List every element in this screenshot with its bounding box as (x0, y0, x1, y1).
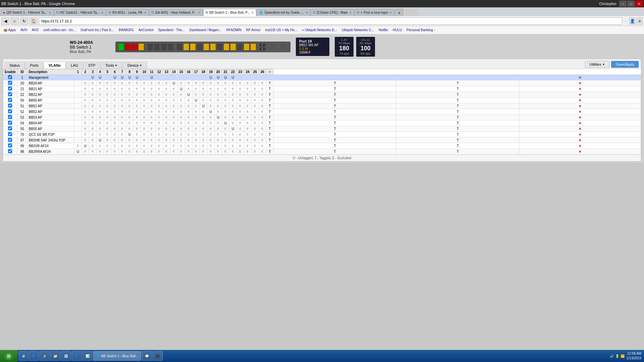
port-cell-7[interactable]: E (118, 143, 126, 149)
port-cell-26[interactable]: E (259, 80, 266, 86)
port-cell-27[interactable]: T (266, 149, 273, 155)
bookmark-netflix[interactable]: Netflix (377, 27, 390, 33)
port-cell-16[interactable]: U (185, 92, 192, 98)
port-cell-14[interactable]: E (170, 109, 177, 115)
port-cell-29[interactable]: T (396, 109, 519, 115)
port-cell-4[interactable]: E (96, 115, 104, 120)
port-cell-17[interactable]: E (192, 115, 200, 120)
close-button[interactable]: ✕ (635, 1, 643, 7)
table-row[interactable]: 20BB20 APEEEEEEEEEEEEUEEEEEEEEEEEETTT✕ (3, 80, 641, 86)
port-cell-8[interactable]: E (126, 115, 133, 120)
port-cell-22[interactable]: E (229, 137, 236, 143)
port-cell-27[interactable]: T (266, 120, 273, 126)
port-cell-22[interactable]: E (229, 92, 236, 98)
port-cell-9[interactable]: E (133, 86, 141, 92)
port-cell-17[interactable]: E (192, 132, 200, 137)
port-cell-3[interactable]: E (89, 98, 96, 103)
tab-tools[interactable]: Tools ▼ (100, 62, 122, 69)
port-cell-13[interactable]: E (163, 143, 170, 149)
port-cell-7[interactable]: E (118, 120, 126, 126)
port-cell-27[interactable]: T (266, 126, 273, 132)
port-cell-3[interactable]: E (89, 132, 96, 137)
table-row[interactable]: 97BB2HB SAF 24Ghz P2PEEUEEEEEEEEEEEEEEEE… (3, 137, 641, 143)
port-cell-5[interactable]: E (104, 143, 111, 149)
port-cell-7[interactable]: E (118, 98, 126, 103)
port-cell-9[interactable]: E (133, 143, 141, 149)
port-cell-19[interactable]: E (207, 137, 214, 143)
port-cell-22[interactable]: E (229, 143, 236, 149)
port-cell-7[interactable]: E (118, 137, 126, 143)
table-row[interactable]: 54BB54 APEEEEEEEEEEEEEEEEEEEUEEEEETTT✕ (3, 120, 641, 126)
tab-close-4[interactable]: ✕ (198, 11, 201, 14)
forward-button[interactable]: ▶ (11, 17, 19, 25)
port-cell-10[interactable]: E (141, 109, 148, 115)
port-cell-23[interactable]: E (236, 126, 244, 132)
port-cell-15[interactable]: E (177, 143, 185, 149)
port-cell-27[interactable]: T (266, 98, 273, 103)
port-cell-18[interactable]: E (200, 109, 207, 115)
port-cell-11[interactable]: E (148, 137, 155, 143)
port-cell-9[interactable]: E (133, 149, 141, 155)
port-cell-6[interactable]: E (111, 132, 118, 137)
port-cell-25[interactable]: E (251, 80, 259, 86)
taskbar-item-computer[interactable]: 🖥 (19, 351, 28, 361)
port-cell-3[interactable]: E (89, 103, 96, 109)
port-cell-10[interactable]: E (141, 86, 148, 92)
port-cell-21[interactable]: E (222, 126, 229, 132)
browser-tab-8[interactable]: N + Post a new topic ✕ (355, 9, 394, 16)
port-cell-17[interactable]: E (192, 86, 200, 92)
port-cell-13[interactable] (163, 75, 170, 80)
port-cell-25[interactable] (251, 75, 259, 80)
bookmark-unifi[interactable]: unifi.netlinx.net - Un... (41, 27, 78, 33)
port-cell-8[interactable]: E (126, 80, 133, 86)
port-cell-6[interactable]: E (111, 86, 118, 92)
delete-vlan-button[interactable]: ✕ (519, 98, 641, 103)
port-cell-14[interactable]: E (170, 120, 177, 126)
port-cell-28[interactable]: T (273, 149, 396, 155)
port-cell-19[interactable]: E (207, 80, 214, 86)
port-cell-15[interactable]: E (177, 80, 185, 86)
port-cell-23[interactable]: E (236, 109, 244, 115)
port-cell-23[interactable]: E (236, 92, 244, 98)
port-cell-23[interactable] (236, 75, 244, 80)
port-cell-23[interactable]: E (236, 137, 244, 143)
port-9[interactable] (176, 43, 182, 51)
port-cell-2[interactable]: E (82, 126, 89, 132)
port-cell-28[interactable]: T (273, 137, 396, 143)
port-cell-2[interactable]: E (82, 98, 89, 103)
taskbar-item-skype[interactable]: 💬 (142, 351, 152, 361)
port-20[interactable] (250, 43, 256, 51)
port-cell-15[interactable]: E (177, 109, 185, 115)
port-cell-20[interactable]: E (214, 120, 222, 126)
port-cell-15[interactable] (177, 75, 185, 80)
table-row[interactable]: 70QCC EE M5 P2PEEEEEEUEEEEEEEEEEEEEEEEEE… (3, 132, 641, 137)
port-cell-29[interactable]: T (396, 115, 519, 120)
enable-checkbox[interactable] (8, 109, 12, 113)
port-cell-21[interactable]: E (222, 92, 229, 98)
port-cell-16[interactable]: E (185, 149, 192, 155)
browser-tab-6[interactable]: 🌐 Speedtest.net by Ookla -... ✕ (257, 9, 310, 16)
port-cell-29[interactable]: T (396, 143, 519, 149)
enable-checkbox[interactable] (8, 104, 12, 108)
tab-close-8[interactable]: ✕ (389, 11, 392, 14)
port-cell-23[interactable]: E (236, 120, 244, 126)
port-cell-14[interactable]: E (170, 115, 177, 120)
port-cell-16[interactable]: E (185, 80, 192, 86)
port-cell-5[interactable]: E (104, 86, 111, 92)
port-cell-3[interactable]: U (89, 75, 96, 80)
menu-icon[interactable]: ≡ (637, 17, 643, 25)
port-cell-14[interactable]: E (170, 149, 177, 155)
port-cell-21[interactable]: E (222, 143, 229, 149)
port-cell-14[interactable]: E (170, 137, 177, 143)
port-cell-29[interactable]: T (396, 103, 519, 109)
port-cell-6[interactable]: E (111, 98, 118, 103)
port-cell-11[interactable]: E (148, 120, 155, 126)
port-cell-25[interactable]: E (251, 103, 259, 109)
port-cell-12[interactable]: E (155, 120, 163, 126)
port-cell-13[interactable]: E (163, 98, 170, 103)
enable-checkbox[interactable] (8, 126, 12, 130)
taskbar-item-person[interactable]: 👤 (72, 351, 82, 361)
port-cell-16[interactable]: E (185, 126, 192, 132)
port-cell-25[interactable]: E (251, 98, 259, 103)
port-cell-9[interactable]: E (133, 120, 141, 126)
